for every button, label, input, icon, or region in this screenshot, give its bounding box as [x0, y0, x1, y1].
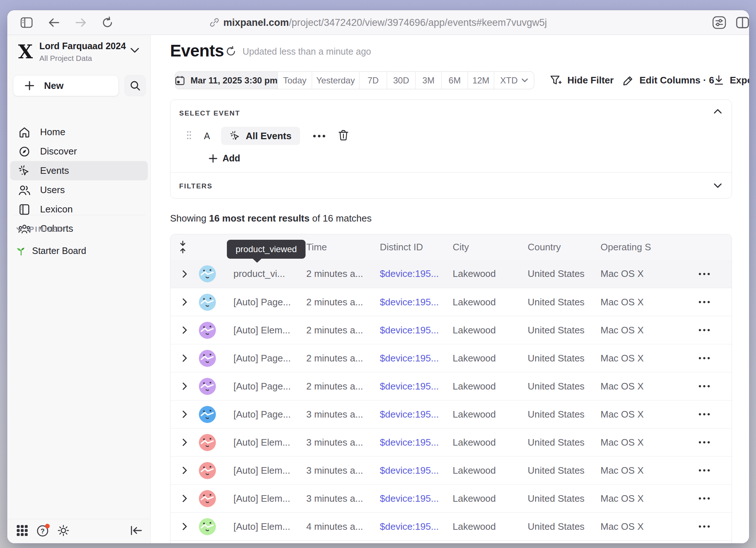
- row-expand-button[interactable]: [170, 270, 199, 278]
- row-more-options-icon[interactable]: [699, 385, 710, 387]
- hide-filter-button[interactable]: Hide Filter: [550, 71, 614, 89]
- distinct-id-link[interactable]: $device:195...: [380, 493, 453, 504]
- table-row[interactable]: product_vi... 2 minutes a... $device:195…: [170, 260, 732, 288]
- export-button[interactable]: Export: [714, 71, 749, 89]
- drag-handle-icon[interactable]: [186, 130, 192, 141]
- table-row[interactable]: [Auto] Page... 2 minutes a... $device:19…: [170, 288, 732, 316]
- sidebar-item-lexicon[interactable]: Lexicon: [10, 200, 148, 219]
- row-expand-button[interactable]: [170, 494, 199, 502]
- sidebar-item-starter-board[interactable]: Starter Board: [16, 246, 86, 256]
- collapse-section-icon[interactable]: [713, 109, 722, 116]
- event-avatar-cell: [199, 406, 233, 423]
- split-view-icon[interactable]: [736, 16, 749, 29]
- column-city[interactable]: City: [453, 242, 528, 253]
- url-bar[interactable]: mixpanel.com/project/3472420/view/397469…: [209, 17, 547, 28]
- distinct-id-link[interactable]: $device:195...: [380, 521, 453, 532]
- row-expand-button[interactable]: [170, 298, 199, 306]
- table-row[interactable]: [Auto] Elem... 4 minutes a... $device:19…: [170, 540, 732, 543]
- event-tooltip: product_viewed: [227, 240, 306, 259]
- row-expand-button[interactable]: [170, 522, 199, 531]
- city-cell: Lakewood: [453, 409, 528, 420]
- table-row[interactable]: [Auto] Page... 2 minutes a... $device:19…: [170, 372, 732, 400]
- row-actions-cell: [677, 301, 732, 303]
- row-more-options-icon[interactable]: [699, 329, 710, 331]
- column-distinct-id[interactable]: Distinct ID: [380, 242, 453, 253]
- row-expand-button[interactable]: [170, 382, 199, 390]
- reload-icon[interactable]: [101, 16, 114, 29]
- add-event-button[interactable]: Add: [209, 153, 240, 164]
- range-6m[interactable]: 6M: [442, 72, 468, 89]
- range-yesterday[interactable]: Yesterday: [312, 72, 359, 89]
- help-icon[interactable]: ?: [36, 524, 51, 539]
- sidebar-item-events[interactable]: Events: [10, 161, 148, 180]
- os-cell: Mac OS X: [601, 325, 677, 336]
- city-cell: Lakewood: [453, 353, 528, 364]
- sidebar-item-users[interactable]: Users: [10, 180, 148, 200]
- table-row[interactable]: [Auto] Page... 3 minutes a... $device:19…: [170, 400, 732, 428]
- distinct-id-link[interactable]: $device:195...: [380, 465, 453, 476]
- page-settings-icon[interactable]: [712, 16, 727, 30]
- event-select-button[interactable]: All Events: [221, 127, 300, 145]
- distinct-id-link[interactable]: $device:195...: [380, 297, 453, 308]
- distinct-id-link[interactable]: $device:195...: [380, 325, 453, 336]
- distinct-id-link[interactable]: $device:195...: [380, 353, 453, 364]
- refresh-icon[interactable]: [225, 46, 236, 58]
- column-country[interactable]: Country: [528, 242, 601, 253]
- row-more-options-icon[interactable]: [699, 301, 710, 303]
- edit-columns-button[interactable]: Edit Columns · 6: [623, 71, 714, 89]
- row-expand-button[interactable]: [170, 466, 199, 474]
- sidebar-item-label: Home: [40, 126, 65, 138]
- collapse-sidebar-icon[interactable]: [130, 525, 142, 537]
- row-expand-button[interactable]: [170, 326, 199, 334]
- distinct-id-link[interactable]: $device:195...: [380, 268, 453, 279]
- row-expand-button[interactable]: [170, 438, 199, 446]
- row-more-options-icon[interactable]: [699, 413, 710, 415]
- row-more-options-icon[interactable]: [699, 357, 710, 359]
- back-icon[interactable]: [48, 17, 60, 28]
- gear-icon[interactable]: [57, 524, 70, 539]
- row-more-options-icon[interactable]: [699, 273, 710, 275]
- row-expand-button[interactable]: [170, 410, 199, 418]
- chevron-right-icon: [182, 466, 187, 474]
- range-12m[interactable]: 12M: [468, 72, 494, 89]
- pinned-section-toggle[interactable]: PINNED: [16, 225, 63, 234]
- date-picker-button[interactable]: Mar 11, 2025 3:30 pm: [175, 72, 278, 89]
- row-more-options-icon[interactable]: [699, 497, 710, 500]
- distinct-id-link[interactable]: $device:195...: [380, 409, 453, 420]
- row-more-options-icon[interactable]: [699, 525, 710, 528]
- event-more-options-icon[interactable]: [313, 135, 325, 137]
- expand-section-icon[interactable]: [713, 183, 722, 190]
- range-today[interactable]: Today: [278, 72, 312, 89]
- trash-icon[interactable]: [338, 130, 349, 142]
- search-button[interactable]: [125, 75, 146, 96]
- date-label: Mar 11, 2025 3:30 pm: [190, 75, 277, 86]
- event-avatar-icon: [199, 294, 216, 311]
- column-time[interactable]: Time: [306, 242, 380, 253]
- table-row[interactable]: [Auto] Elem... 3 minutes a... $device:19…: [170, 428, 732, 456]
- range-30d[interactable]: 30D: [387, 72, 416, 89]
- sidebar-item-home[interactable]: Home: [10, 122, 148, 142]
- project-switcher[interactable]: X Lord Farquaad 2024 All Project Data: [7, 35, 150, 70]
- sidebar-item-discover[interactable]: Discover: [10, 142, 148, 161]
- new-button[interactable]: New: [13, 75, 119, 96]
- row-actions-cell: [677, 525, 732, 528]
- distinct-id-link[interactable]: $device:195...: [380, 381, 453, 392]
- row-expand-button[interactable]: [170, 354, 199, 362]
- column-os[interactable]: Operating S: [601, 242, 677, 253]
- collapse-rows-icon[interactable]: [170, 240, 199, 254]
- forward-icon[interactable]: [75, 17, 87, 28]
- table-row[interactable]: [Auto] Elem... 4 minutes a... $device:19…: [170, 512, 732, 540]
- table-row[interactable]: [Auto] Page... 2 minutes a... $device:19…: [170, 344, 732, 372]
- event-avatar-cell: [199, 462, 233, 479]
- row-more-options-icon[interactable]: [699, 441, 710, 443]
- range-3m[interactable]: 3M: [416, 72, 442, 89]
- row-more-options-icon[interactable]: [699, 469, 710, 471]
- table-row[interactable]: [Auto] Elem... 3 minutes a... $device:19…: [170, 484, 732, 512]
- distinct-id-link[interactable]: $device:195...: [380, 437, 453, 448]
- browser-sidebar-toggle-icon[interactable]: [20, 17, 33, 28]
- table-row[interactable]: [Auto] Elem... 3 minutes a... $device:19…: [170, 456, 732, 484]
- table-row[interactable]: [Auto] Elem... 2 minutes a... $device:19…: [170, 316, 732, 344]
- range-7d[interactable]: 7D: [359, 72, 387, 89]
- apps-grid-icon[interactable]: [16, 524, 28, 538]
- range-xtd-dropdown[interactable]: XTD: [494, 72, 534, 89]
